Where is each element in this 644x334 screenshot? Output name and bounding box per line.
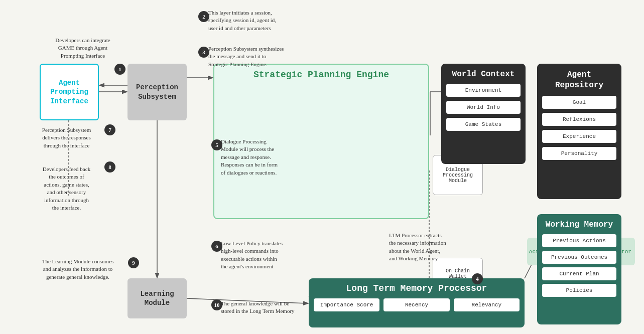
world-context-game-states: Game States (446, 118, 521, 131)
agent-prompting-interface-box: Agent Prompting Interface (40, 64, 99, 120)
working-memory-box: Working Memory Previous Actions Previous… (537, 214, 621, 324)
world-context-box: World Context Environment World Info Gam… (441, 64, 526, 164)
annotation-circle-8: 8 (104, 161, 115, 173)
strategic-planning-title: Strategic Planning Engine (219, 70, 423, 80)
annotation-text-9: The Learning Module consumesand analyzes… (30, 258, 125, 281)
ltm-relevancy: Relevancy (454, 298, 520, 311)
annotation-text-3: Perception Subsystem synthesizesthe mess… (208, 45, 304, 68)
agent-repository-box: Agent Repository Goal Reflexions Experie… (537, 64, 621, 199)
annotation-text-10: The general knowledge will bestored in t… (221, 300, 309, 315)
agent-repo-personality: Personality (542, 147, 616, 160)
ltm-recency: Recency (383, 298, 449, 311)
annotation-text-6: Low Level Policy translateshigh-level co… (221, 240, 314, 271)
agent-repo-goal: Goal (542, 96, 616, 109)
annotation-circle-5: 5 (211, 139, 222, 150)
annotation-text-1: Developers can integrateGAME through Age… (45, 37, 120, 60)
world-context-environment: Environment (446, 84, 521, 97)
dialogue-module-label: Dialogue Processing Module (436, 167, 479, 184)
ltm-title: Long Term Memory Processor (314, 283, 520, 293)
perception-label: Perception Subsystem (132, 83, 183, 101)
working-memory-previous-outcomes: Previous Outcomes (542, 251, 616, 264)
agent-repo-title: Agent Repository (542, 70, 616, 91)
diagram-container: Agent Prompting Interface Perception Sub… (0, 0, 644, 334)
ltm-importance-score: Importance Score (314, 298, 379, 311)
world-context-world-info: World Info (446, 101, 521, 114)
perception-subsystem-box: Perception Subsystem (127, 64, 187, 120)
ltm-processor-box: Long Term Memory Processor Importance Sc… (309, 278, 525, 327)
annotation-circle-4: 4 (472, 273, 483, 284)
agent-repo-reflexions: Reflexions (542, 113, 616, 126)
learning-module-box: Learning Module (127, 278, 187, 318)
annotation-text-5: Dialogue ProcessingModule will process t… (221, 138, 314, 177)
annotation-text-7: Perception Subsystemdelivers the respons… (30, 126, 103, 149)
annotation-circle-10: 10 (211, 299, 222, 310)
working-memory-policies: Policies (542, 284, 616, 297)
working-memory-title: Working Memory (542, 220, 616, 229)
working-memory-previous-actions: Previous Actions (542, 234, 616, 247)
annotation-text-4: LTM Processor extractsthe necessary info… (389, 232, 469, 263)
annotation-text-2: This layer initiates a session,specifyin… (208, 9, 299, 32)
learning-module-label: Learning Module (132, 289, 183, 307)
annotation-circle-7: 7 (104, 124, 115, 135)
working-memory-current-plan: Current Plan (542, 267, 616, 280)
annotation-circle-3: 3 (198, 47, 209, 58)
agent-prompting-label: Agent Prompting Interface (45, 78, 94, 106)
annotation-circle-2: 2 (198, 11, 209, 22)
annotation-text-8: Developers feed backthe outcomes ofactio… (30, 165, 103, 212)
annotation-circle-9: 9 (128, 257, 139, 268)
world-context-title: World Context (446, 70, 521, 79)
annotation-circle-1: 1 (114, 64, 125, 75)
annotation-circle-6: 6 (211, 241, 222, 252)
agent-repo-experience: Experience (542, 130, 616, 143)
